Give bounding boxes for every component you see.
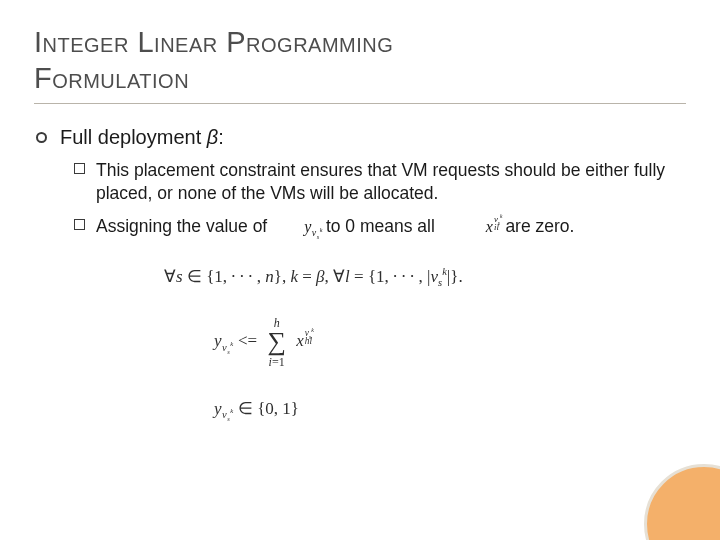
title-line-2: Formulation [34,62,189,94]
math-line-2: yvsk <= h ∑ i=1 xvskhl [214,317,686,368]
title-line-1: Integer Linear Programming [34,26,393,58]
math-line-3: yvsk ∈ {0, 1} [214,398,686,420]
inline-math-x: xvskil [486,216,503,237]
bullet-colon: : [218,126,224,148]
ring-bullet-icon [36,132,47,143]
inline-math-y: yvsk [304,216,323,237]
sub-bullet-2-text-end: are zero. [505,215,574,238]
bullet-text: Full deployment [60,126,207,148]
math-line-1: ∀s ∈ {1, · · · , n}, k = β, ∀l = {1, · ·… [164,266,686,287]
slide: Integer Linear Programming Formulation F… [0,0,720,540]
sub-bullet-list: This placement constraint ensures that V… [60,159,686,238]
sub-bullet-1-text: This placement constraint ensures that V… [96,160,665,203]
sub-bullet-2-text-a: Assigning the value of [96,215,267,238]
sub-bullet-assigning: Assigning the value of yvsk to 0 means a… [74,215,686,238]
square-bullet-icon [74,163,85,174]
sub-bullet-constraint: This placement constraint ensures that V… [74,159,686,205]
square-bullet-icon [74,219,85,230]
bullet-list: Full deployment β: This placement constr… [34,126,686,238]
sub-bullet-2-text-mid: to 0 means all [326,215,435,238]
math-set: ∈ {0, 1} [238,399,299,418]
slide-title: Integer Linear Programming Formulation [34,24,686,104]
decorative-circle-icon [644,464,720,540]
beta-symbol: β [207,126,218,148]
math-block: ∀s ∈ {1, · · · , n}, k = β, ∀l = {1, · ·… [164,266,686,420]
bullet-full-deployment: Full deployment β: This placement constr… [36,126,686,238]
